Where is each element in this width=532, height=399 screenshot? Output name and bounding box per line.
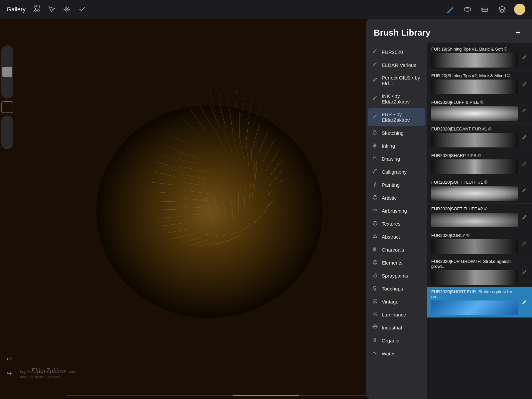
- category-item-airbrushing[interactable]: Airbrushing: [368, 204, 425, 217]
- brush-preview-container: FUR2020|SOFT FLUFF #1 ©: [431, 180, 518, 201]
- brush-item-fluff[interactable]: FUR2020|FLUFF & PILE ©: [427, 97, 532, 124]
- category-name-ink: INK • by EldarZakirov: [382, 93, 421, 104]
- category-item-vintage[interactable]: Vintage: [368, 295, 425, 308]
- category-icon-eldar-various: [372, 62, 378, 68]
- svg-point-0: [464, 7, 471, 11]
- category-item-organic[interactable]: Organic: [368, 334, 425, 347]
- brush-edit-icon-short[interactable]: [521, 299, 528, 306]
- category-item-inking[interactable]: Inking: [368, 139, 425, 152]
- brush-edit-icon-elegant[interactable]: [521, 133, 528, 141]
- brush-stroke-preview: [431, 239, 518, 254]
- category-icon-organic: [372, 337, 378, 343]
- brush-preview-container: FUR2020|SOFT FLUFF #2 ©: [431, 206, 518, 227]
- category-item-luminance[interactable]: Luminance: [368, 308, 425, 321]
- gallery-button[interactable]: Gallery: [7, 6, 26, 13]
- category-name-perfect-oils: Perfect OILS • by Eld...: [382, 75, 421, 86]
- category-item-calligraphy[interactable]: Calligraphy: [368, 165, 425, 178]
- category-icon-ink: [372, 96, 378, 102]
- category-icon-inking: [372, 143, 378, 149]
- svg-point-90: [376, 198, 376, 198]
- category-item-abstract[interactable]: Abstract: [368, 230, 425, 243]
- category-icon-airbrushing: [372, 208, 378, 214]
- svg-point-87: [373, 195, 377, 199]
- actions-icon[interactable]: [77, 5, 87, 14]
- brush-name-label: FUR2020|SHARP TIPS ©: [431, 153, 518, 158]
- brush-item-soft2[interactable]: FUR2020|SOFT FLUFF #2 ©: [427, 204, 532, 230]
- brush-list: FUR 19|Shining Tips #1, Basic & Soft ©FU…: [427, 43, 532, 399]
- brush-item-fur20[interactable]: FUR 20|Shining Tips #2, More & Mixed ©: [427, 71, 532, 97]
- color-swatch[interactable]: [1, 101, 13, 113]
- brush-edit-icon-growth[interactable]: [521, 268, 528, 276]
- category-item-charcoals[interactable]: Charcoals: [368, 243, 425, 256]
- brush-item-curly[interactable]: FUR2020|CURLY ©: [427, 230, 532, 257]
- brush-edit-icon-soft1[interactable]: [521, 187, 528, 194]
- category-name-eldar-various: ELDAR Various: [382, 62, 416, 68]
- brush-edit-icon-curly[interactable]: [521, 240, 528, 247]
- category-name-calligraphy: Calligraphy: [382, 169, 407, 175]
- draw-tool-button[interactable]: [445, 4, 456, 15]
- category-item-ink[interactable]: INK • by EldarZakirov: [368, 90, 425, 108]
- svg-point-102: [376, 273, 377, 274]
- brush-name-label: FUR 20|Shining Tips #2, More & Mixed ©: [431, 73, 518, 78]
- erase-tool-button[interactable]: [479, 4, 490, 15]
- category-icon-touchups: [372, 286, 378, 292]
- brush-preview-container: FUR2020|SHARP TIPS ©: [431, 153, 518, 174]
- category-icon-drawing: [372, 156, 378, 162]
- brush-edit-icon-fur20[interactable]: [521, 80, 528, 88]
- category-item-spraypaints[interactable]: Spraypaints: [368, 269, 425, 282]
- category-list: FUR2020 ELDAR Various Perfect OILS • by …: [366, 43, 427, 399]
- category-item-artistic[interactable]: Artistic: [368, 191, 425, 204]
- selection-icon[interactable]: [47, 5, 56, 14]
- brush-item-short[interactable]: FUR2020|SHORT FUR. Stroke against fur gr…: [427, 287, 532, 317]
- category-item-eldar-various[interactable]: ELDAR Various: [368, 59, 425, 71]
- brush-item-soft1[interactable]: FUR2020|SOFT FLUFF #1 ©: [427, 177, 532, 204]
- brush-edit-icon-fur19[interactable]: [521, 54, 528, 61]
- brush-name-label: FUR2020|FUR GROWTH. Stroke against growt…: [431, 259, 518, 269]
- brush-stroke-preview: [431, 53, 518, 68]
- category-item-touchups[interactable]: Touchups: [368, 282, 425, 295]
- category-item-textures[interactable]: Textures: [368, 217, 425, 230]
- smudge-tool-button[interactable]: [462, 4, 473, 15]
- layers-tool-button[interactable]: [497, 4, 507, 15]
- category-item-perfect-oils[interactable]: Perfect OILS • by Eld...: [368, 72, 425, 90]
- brush-stroke-preview: [431, 159, 518, 174]
- scrollbar-thumb: [233, 395, 299, 396]
- brush-name-label: FUR 19|Shining Tips #1, Basic & Soft ©: [431, 47, 518, 52]
- category-name-charcoals: Charcoals: [382, 247, 404, 253]
- brush-name-label: FUR2020|SOFT FLUFF #2 ©: [431, 206, 518, 211]
- svg-point-100: [375, 273, 376, 274]
- brush-edit-icon-fluff[interactable]: [521, 107, 528, 114]
- brush-item-fur19[interactable]: FUR 19|Shining Tips #1, Basic & Soft ©: [427, 44, 532, 71]
- category-item-water[interactable]: Water: [368, 347, 425, 360]
- category-item-painting[interactable]: Painting: [368, 178, 425, 191]
- opacity-slider[interactable]: [1, 45, 13, 99]
- wrench-icon[interactable]: [32, 5, 41, 14]
- category-icon-abstract: [372, 234, 378, 240]
- brush-preview-container: FUR2020|FUR GROWTH. Stroke against growt…: [431, 259, 518, 285]
- category-item-sketching[interactable]: Sketching: [368, 126, 425, 139]
- opacity-slider-handle: [2, 67, 12, 77]
- redo-button[interactable]: ↪: [3, 368, 15, 379]
- brush-edit-icon-soft2[interactable]: [521, 213, 528, 221]
- size-slider[interactable]: [1, 116, 13, 149]
- category-item-fur2020[interactable]: FUR2020: [368, 46, 425, 58]
- brush-stroke-preview: [431, 106, 518, 121]
- category-icon-calligraphy: [372, 169, 378, 175]
- add-brush-button[interactable]: +: [512, 27, 524, 39]
- user-avatar[interactable]: [514, 4, 525, 15]
- category-icon-spraypaints: [372, 273, 378, 279]
- category-name-airbrushing: Airbrushing: [382, 208, 407, 214]
- brush-preview-container: FUR 19|Shining Tips #1, Basic & Soft ©: [431, 47, 518, 68]
- transform-icon[interactable]: [62, 5, 71, 14]
- category-name-elements: Elements: [382, 260, 403, 266]
- category-item-industrial[interactable]: Industrial: [368, 321, 425, 334]
- category-item-elements[interactable]: Elements: [368, 256, 425, 269]
- undo-button[interactable]: ↩: [3, 353, 15, 364]
- brush-edit-icon-sharp[interactable]: [521, 160, 528, 167]
- brush-item-sharp[interactable]: FUR2020|SHARP TIPS ©: [427, 150, 532, 177]
- category-item-drawing[interactable]: Drawing: [368, 152, 425, 165]
- brush-item-elegant[interactable]: FUR2020|ELEGANT FUR #1 ©: [427, 124, 532, 150]
- category-item-fur-eldar[interactable]: FUR • by EldarZakirov: [368, 108, 425, 126]
- brush-name-label: FUR2020|FLUFF & PILE ©: [431, 100, 518, 105]
- brush-item-growth[interactable]: FUR2020|FUR GROWTH. Stroke against growt…: [427, 257, 532, 287]
